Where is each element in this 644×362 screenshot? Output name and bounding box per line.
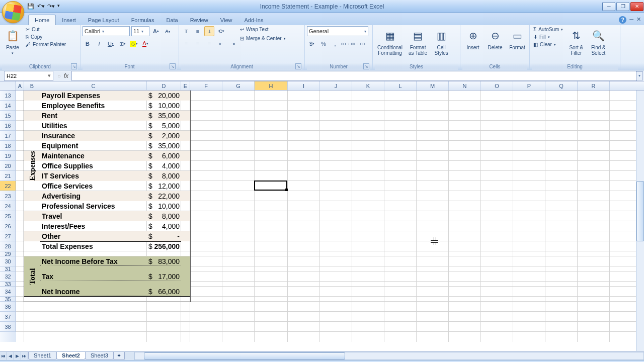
row-header-27[interactable]: 27 <box>0 231 16 241</box>
conditional-formatting-button[interactable]: ▦Conditional Formatting <box>375 26 405 57</box>
borders-button[interactable]: ⊞▾ <box>117 39 127 49</box>
row-header-25[interactable]: 25 <box>0 211 16 221</box>
column-header-C[interactable]: C <box>40 81 147 90</box>
wrap-text-button[interactable]: ↩Wrap Text <box>238 26 287 33</box>
row-header-20[interactable]: 20 <box>0 161 16 171</box>
percent-button[interactable]: % <box>318 39 329 49</box>
undo-icon[interactable]: ↶▾ <box>37 3 44 10</box>
row-header-32[interactable]: 32 <box>0 272 16 282</box>
column-header-A[interactable]: A <box>16 81 24 90</box>
font-color-button[interactable]: A▾ <box>140 39 150 49</box>
bold-button[interactable]: B <box>83 39 93 49</box>
delete-cells-button[interactable]: ⊖Delete <box>485 26 506 52</box>
row-header-29[interactable]: 29 <box>0 251 16 256</box>
row-header-18[interactable]: 18 <box>0 141 16 151</box>
row-header-30[interactable]: 30 <box>0 256 16 266</box>
row-header-17[interactable]: 17 <box>0 131 16 141</box>
row-header-14[interactable]: 14 <box>0 101 16 111</box>
sort-filter-button[interactable]: ⇅Sort & Filter <box>566 26 587 57</box>
close-workbook-icon[interactable]: ✕ <box>636 16 641 24</box>
office-button[interactable] <box>2 1 24 23</box>
decrease-indent-button[interactable]: ⇤ <box>216 39 226 49</box>
help-icon[interactable]: ? <box>619 16 626 24</box>
increase-indent-button[interactable]: ⇥ <box>227 39 237 49</box>
sheet-nav-last[interactable]: ⏭ <box>21 352 28 360</box>
row-header-34[interactable]: 34 <box>0 287 16 297</box>
increase-decimal-button[interactable]: .00→.0 <box>342 39 352 49</box>
column-header-D[interactable]: D <box>147 81 181 90</box>
accounting-format-button[interactable]: $▾ <box>307 39 317 49</box>
column-header-P[interactable]: P <box>513 81 545 90</box>
sheet-tab-1[interactable]: Sheet1 <box>28 352 57 359</box>
row-header-16[interactable]: 16 <box>0 121 16 131</box>
sheet-tab-2[interactable]: Sheet2 <box>56 352 86 359</box>
save-icon[interactable]: 💾 <box>27 3 34 10</box>
cut-button[interactable]: ✂Cut <box>24 26 67 33</box>
tab-formulas[interactable]: Formulas <box>125 15 160 25</box>
column-header-G[interactable]: G <box>222 81 255 90</box>
align-center-button[interactable]: ≡ <box>193 39 203 49</box>
new-sheet-button[interactable]: ✦ <box>113 352 125 360</box>
tab-insert[interactable]: Insert <box>56 15 82 25</box>
font-family-combo[interactable]: Calibri▾ <box>83 26 130 36</box>
row-header-13[interactable]: 13 <box>0 90 16 101</box>
column-header-O[interactable]: O <box>481 81 513 90</box>
italic-button[interactable]: I <box>94 39 104 49</box>
font-launcher[interactable]: ↘ <box>170 63 176 69</box>
column-header-N[interactable]: N <box>449 81 481 90</box>
row-header-22[interactable]: 22 <box>0 181 16 191</box>
shrink-font-button[interactable]: A▾ <box>163 26 173 36</box>
tab-data[interactable]: Data <box>160 15 184 25</box>
grow-font-button[interactable]: A▴ <box>151 26 161 36</box>
tab-addins[interactable]: Add-Ins <box>238 15 269 25</box>
align-bottom-button[interactable]: ⫫ <box>204 26 214 36</box>
row-header-33[interactable]: 33 <box>0 282 16 287</box>
column-header-M[interactable]: M <box>417 81 449 90</box>
orientation-button[interactable]: ⟲▾ <box>216 26 226 36</box>
column-header-I[interactable]: I <box>288 81 320 90</box>
row-header-31[interactable]: 31 <box>0 266 16 272</box>
row-header-23[interactable]: 23 <box>0 191 16 201</box>
sheet-nav-prev[interactable]: ◀ <box>7 352 14 360</box>
column-header-F[interactable]: F <box>190 81 222 90</box>
comma-button[interactable]: , <box>330 39 340 49</box>
row-header-36[interactable]: 36 <box>0 302 16 312</box>
cell-styles-button[interactable]: ▥Cell Styles <box>431 26 452 57</box>
alignment-launcher[interactable]: ↘ <box>295 63 301 69</box>
decrease-decimal-button[interactable]: .0→.00 <box>353 39 363 49</box>
column-header-K[interactable]: K <box>352 81 384 90</box>
row-header-15[interactable]: 15 <box>0 111 16 121</box>
align-left-button[interactable]: ≡ <box>181 39 191 49</box>
minimize-ribbon-icon[interactable]: ─ <box>629 16 633 24</box>
column-header-L[interactable]: L <box>384 81 417 90</box>
redo-icon[interactable]: ↷▾ <box>47 3 54 10</box>
tab-page-layout[interactable]: Page Layout <box>82 15 125 25</box>
tab-home[interactable]: Home <box>28 15 56 25</box>
fill-button[interactable]: ⬇Fill▾ <box>532 34 565 40</box>
underline-button[interactable]: U▾ <box>106 39 116 49</box>
align-right-button[interactable]: ≡ <box>204 39 214 49</box>
format-cells-button[interactable]: ▭Format <box>507 26 528 52</box>
clear-button[interactable]: ◧Clear▾ <box>532 41 565 48</box>
row-header-24[interactable]: 24 <box>0 201 16 211</box>
insert-cells-button[interactable]: ⊕Insert <box>462 26 484 52</box>
clipboard-launcher[interactable]: ↘ <box>71 63 77 69</box>
row-header-21[interactable]: 21 <box>0 171 16 181</box>
autosum-button[interactable]: ΣAutoSum▾ <box>532 26 565 33</box>
copy-button[interactable]: ⎘Copy <box>24 34 67 40</box>
fx-icon[interactable]: fx <box>64 72 68 79</box>
fill-color-button[interactable]: ◇▾ <box>129 39 139 49</box>
name-box[interactable]: H22▾ <box>4 71 53 81</box>
column-header-B[interactable]: B <box>24 81 40 90</box>
row-header-19[interactable]: 19 <box>0 151 16 161</box>
close-button[interactable]: ✕ <box>630 2 643 11</box>
row-header-28[interactable]: 28 <box>0 241 16 251</box>
formula-expand-icon[interactable]: ▾ <box>636 71 643 80</box>
find-select-button[interactable]: 🔍Find & Select <box>588 26 609 57</box>
qat-customize-icon[interactable]: ▾ <box>57 3 64 10</box>
vertical-scrollbar[interactable] <box>636 90 644 351</box>
maximize-button[interactable]: ❐ <box>616 2 629 11</box>
cancel-formula-icon[interactable]: ○ <box>57 73 61 79</box>
sheet-nav-first[interactable]: ⏮ <box>0 352 7 360</box>
row-header-38[interactable]: 38 <box>0 322 16 332</box>
